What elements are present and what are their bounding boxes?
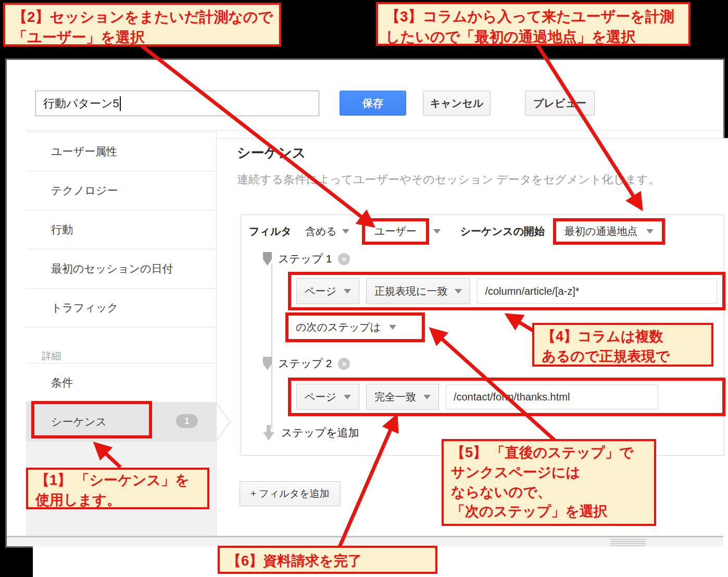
step-connector-line [271,263,272,429]
step1-match-value: 正規表現に一致 [374,284,447,298]
include-dropdown[interactable]: 含める [305,224,337,239]
callout-2: 【2】セッションをまたいだ計測なので 「ユーザー」を選択 [3,3,281,46]
callout-2-line2: 「ユーザー」を選択 [12,27,272,47]
step1-value-input[interactable]: /column/article/[a-z]* [477,279,717,304]
page-title: シーケンス [237,144,306,162]
chevron-down-icon [646,229,654,234]
chevron-down-icon [433,229,441,234]
callout-3-line1: 【3】コラムから入って来たユーザーを計測 [385,6,681,27]
step2-value-input[interactable]: /contact/form/thanks.html [446,384,658,409]
sequence-start-value: 最初の通過地点 [564,224,637,239]
callout-4: 【4】コラムは複数 あるので正規表現で [532,323,713,367]
callout-4-line2: あるので正規表現で [542,347,704,367]
callout-4-line1: 【4】コラムは複数 [542,327,704,347]
sidebar-section-advanced: 詳細 [26,344,216,363]
step2-controls: ページ 完全一致 /contact/form/thanks.html [288,378,725,416]
preview-button[interactable]: プレビュー [525,91,595,116]
scope-value: ユーザー [374,224,417,239]
callout-5-line4: 「次のステップ」を選択 [451,502,647,522]
callout-3-line2: したいので「最初の通過地点」を選択 [385,27,681,47]
step1-controls: ページ 正規表現に一致 /column/article/[a-z]* [288,272,725,310]
step-connector-value: の次のステップは [296,320,381,334]
step-connector-dropdown[interactable]: の次のステップは [285,312,425,342]
sidebar-item-user-attributes[interactable]: ユーザー属性 [26,132,216,171]
step1-pin-icon [263,252,272,266]
sequence-count-badge: 1 [176,414,198,428]
callout-6-line1: 【6】資料請求を完了 [227,551,428,571]
chevron-down-icon [342,229,349,234]
sidebar-item-technology[interactable]: テクノロジー [26,171,216,210]
step1-dimension-value: ページ [305,284,336,298]
step2-dimension-value: ページ [305,390,336,404]
remove-step1-icon[interactable]: × [338,253,350,265]
sidebar-spacer [26,327,216,344]
callout-2-line1: 【2】セッションをまたいだ計測なので [12,7,272,27]
step2-match-dropdown[interactable]: 完全一致 [366,384,439,410]
chevron-down-icon [455,289,462,294]
step1-dimension-dropdown[interactable]: ページ [296,278,359,304]
callout-5-line2: サンクスページには [451,463,647,483]
page-subtitle: 連続する条件によってユーザーやそのセッション データをセグメント化します。 [237,172,660,187]
step1-match-dropdown[interactable]: 正規表現に一致 [366,278,470,304]
save-button[interactable]: 保存 [340,91,406,116]
add-filter-button[interactable]: + フィルタを追加 [240,481,341,506]
cancel-button[interactable]: キャンセル [423,91,491,116]
step1-label-row: ステップ 1 × [263,252,350,266]
sidebar-item-sequences-label: シーケンス [51,415,107,429]
step1-label: ステップ 1 [278,252,332,266]
scope-dropdown[interactable]: ユーザー [362,218,429,245]
add-step-arrow-icon [263,425,274,441]
callout-3: 【3】コラムから入って来たユーザーを計測 したいので「最初の通過地点」を選択 [376,2,691,46]
sidebar-item-first-session-date[interactable]: 最初のセッションの日付 [26,249,216,288]
sidebar-item-behavior[interactable]: 行動 [26,210,216,249]
chevron-down-icon [423,395,431,399]
chevron-down-icon [389,325,396,330]
step2-label: ステップ 2 [278,356,332,371]
filter-label: フィルタ [249,224,292,239]
remove-step2-icon[interactable]: × [338,358,350,370]
canvas: 行動パターン5 保存 キャンセル プレビュー ユーザー属性 テクノロジー 行動 … [0,0,728,577]
callout-1-line1: 【1】 「シーケンス」を [35,471,200,491]
sidebar-divider [216,131,217,536]
sequence-start-label: シーケンスの開始 [460,224,545,239]
text-cursor [120,96,121,111]
include-value: 含める [305,224,337,239]
filter-row: フィルタ 含める ユーザー シーケンスの開始 最初の通過地点 [249,219,665,244]
callout-5-line3: ならないので、 [451,483,647,503]
step2-match-value: 完全一致 [374,390,416,404]
chevron-down-icon [344,289,351,294]
segment-name-input[interactable]: 行動パターン5 [35,91,319,116]
step2-pin-icon [263,357,272,370]
chevron-down-icon [344,395,351,399]
callout-5-line1: 【5】 「直後のステップ」で [451,443,647,463]
step2-dimension-dropdown[interactable]: ページ [296,384,359,410]
resize-grip[interactable] [610,539,646,547]
sidebar-item-sequences[interactable]: シーケンス 1 [26,402,216,441]
sidebar-item-traffic[interactable]: トラフィック [26,288,216,327]
callout-6: 【6】資料請求を完了 [218,546,437,574]
sidebar-item-conditions[interactable]: 条件 [26,363,216,402]
add-step-label: ステップを追加 [281,425,359,440]
selected-item-chevron-icon [216,403,232,442]
callout-1: 【1】 「シーケンス」を 使用します。 [26,468,209,509]
sequence-start-dropdown[interactable]: 最初の通過地点 [553,218,664,245]
step2-label-row: ステップ 2 × [263,356,350,371]
add-step-button[interactable]: ステップを追加 [263,425,359,441]
toolbar-divider [27,130,724,131]
callout-1-line2: 使用します。 [35,491,200,510]
segment-name-text: 行動パターン5 [43,96,119,111]
callout-5: 【5】 「直後のステップ」で サンクスページには ならないので、 「次のステップ… [442,439,656,526]
